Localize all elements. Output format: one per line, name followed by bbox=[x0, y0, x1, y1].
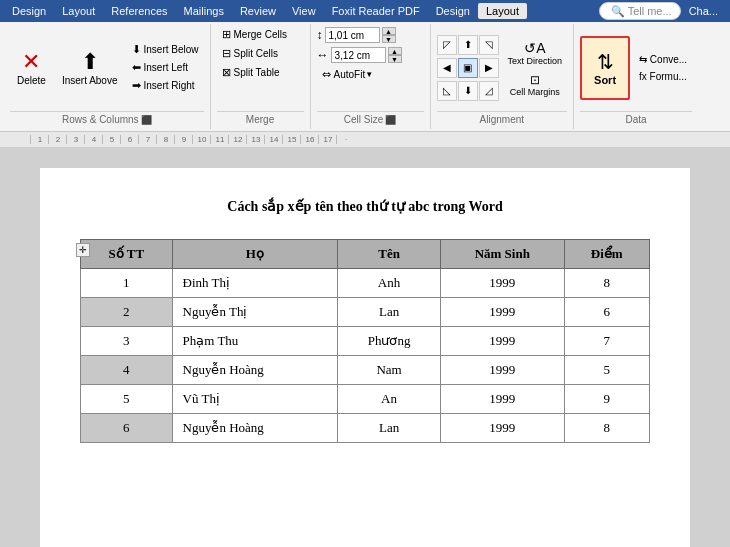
delete-button[interactable]: ✕ Delete bbox=[10, 36, 53, 100]
data-cell: 8 bbox=[564, 269, 650, 298]
tell-me-box[interactable]: 🔍 Tell me... bbox=[599, 2, 681, 20]
data-cell: 1999 bbox=[441, 269, 564, 298]
group-cell-size: ↕ ▲ ▼ ↔ ▲ ▼ ⇔ AutoFi bbox=[311, 24, 431, 129]
menu-design[interactable]: Design bbox=[4, 3, 54, 19]
convert-button[interactable]: ⇆ Conve... bbox=[634, 52, 692, 67]
table-row: 1Đinh ThịAnh19998 bbox=[81, 269, 650, 298]
table-row: 4Nguyễn HoàngNam19995 bbox=[81, 356, 650, 385]
data-cell: 1999 bbox=[441, 414, 564, 443]
delete-label: Delete bbox=[17, 75, 46, 86]
table-header-row: Số TT Họ Tên Năm Sinh Điểm bbox=[81, 240, 650, 269]
table-move-handle[interactable]: ✛ bbox=[76, 243, 90, 257]
align-bot-left[interactable]: ◺ bbox=[437, 81, 457, 101]
num-cell: 6 bbox=[81, 414, 173, 443]
formula-button[interactable]: fx Formu... bbox=[634, 69, 692, 84]
data-cell: Lan bbox=[338, 414, 441, 443]
data-cell: Đinh Thị bbox=[172, 269, 337, 298]
align-mid-left[interactable]: ◀ bbox=[437, 58, 457, 78]
width-down[interactable]: ▼ bbox=[388, 55, 402, 63]
insert-left-icon: ⬅ bbox=[132, 61, 141, 74]
document-page: ✛ Cách sắp xếp tên theo thứ tự abc trong… bbox=[40, 168, 690, 547]
ruler-mark: 4 bbox=[84, 135, 102, 144]
ruler-mark: 1 bbox=[30, 135, 48, 144]
height-input[interactable] bbox=[325, 27, 380, 43]
alignment-content: ◸ ⬆ ◹ ◀ ▣ ▶ ◺ ⬇ ◿ bbox=[437, 26, 568, 109]
sort-icon: ⇅ bbox=[597, 50, 614, 74]
ruler: 1 2 3 4 5 6 7 8 9 10 11 12 13 14 15 16 1… bbox=[0, 132, 730, 148]
ribbon: ✕ Delete ⬆ Insert Above ⬇ Insert Below ⬅ bbox=[0, 22, 730, 132]
height-up[interactable]: ▲ bbox=[382, 27, 396, 35]
width-input[interactable] bbox=[331, 47, 386, 63]
insert-above-button[interactable]: ⬆ Insert Above bbox=[55, 36, 125, 100]
delete-icon: ✕ bbox=[22, 49, 40, 75]
insert-left-button[interactable]: ⬅ Insert Left bbox=[127, 59, 204, 76]
align-bot-right[interactable]: ◿ bbox=[479, 81, 499, 101]
menu-design2[interactable]: Design bbox=[428, 3, 478, 19]
menu-review[interactable]: Review bbox=[232, 3, 284, 19]
split-cells-button[interactable]: ⊟ Split Cells bbox=[217, 45, 283, 62]
cell-size-expand-icon[interactable]: ⬛ bbox=[385, 115, 396, 125]
ruler-mark: 3 bbox=[66, 135, 84, 144]
split-cells-icon: ⊟ bbox=[222, 47, 231, 60]
height-row: ↕ ▲ ▼ bbox=[317, 27, 396, 43]
cell-margins-button[interactable]: ⊡ Cell Margins bbox=[503, 71, 568, 99]
ruler-mark: 17 bbox=[318, 135, 336, 144]
menu-references[interactable]: References bbox=[103, 3, 175, 19]
text-direction-icon: ↺A bbox=[524, 40, 545, 56]
merge-cells-button[interactable]: ⊞ Merge Cells bbox=[217, 26, 292, 43]
alignment-group-label: Alignment bbox=[437, 111, 568, 127]
align-row-mid: ◀ ▣ ▶ bbox=[437, 58, 499, 78]
ruler-mark: 15 bbox=[282, 135, 300, 144]
width-spinners: ▲ ▼ bbox=[388, 47, 402, 63]
rows-cols-content: ✕ Delete ⬆ Insert Above ⬇ Insert Below ⬅ bbox=[10, 26, 204, 109]
data-cell: 7 bbox=[564, 327, 650, 356]
data-cell: Vũ Thị bbox=[172, 385, 337, 414]
width-up[interactable]: ▲ bbox=[388, 47, 402, 55]
menu-view[interactable]: View bbox=[284, 3, 324, 19]
menu-layout2[interactable]: Layout bbox=[478, 3, 527, 19]
height-spinners: ▲ ▼ bbox=[382, 27, 396, 43]
group-rows-cols: ✕ Delete ⬆ Insert Above ⬇ Insert Below ⬅ bbox=[4, 24, 211, 129]
menu-layout[interactable]: Layout bbox=[54, 3, 103, 19]
col-header-ho: Họ bbox=[172, 240, 337, 269]
height-down[interactable]: ▼ bbox=[382, 35, 396, 43]
data-group-label: Data bbox=[580, 111, 692, 127]
align-mid-center[interactable]: ▣ bbox=[458, 58, 478, 78]
table-row: 6Nguyễn HoàngLan19998 bbox=[81, 414, 650, 443]
menu-foxit[interactable]: Foxit Reader PDF bbox=[324, 3, 428, 19]
data-cell: Lan bbox=[338, 298, 441, 327]
align-row-bot: ◺ ⬇ ◿ bbox=[437, 81, 499, 101]
insert-below-button[interactable]: ⬇ Insert Below bbox=[127, 41, 204, 58]
col-header-diem: Điểm bbox=[564, 240, 650, 269]
alignment-extra-btns: ↺A Text Direction ⊡ Cell Margins bbox=[503, 37, 568, 99]
split-table-button[interactable]: ⊠ Split Table bbox=[217, 64, 285, 81]
data-cell: Anh bbox=[338, 269, 441, 298]
sort-button[interactable]: ⇅ Sort bbox=[580, 36, 630, 100]
rows-cols-expand-icon[interactable]: ⬛ bbox=[141, 115, 152, 125]
menu-cha[interactable]: Cha... bbox=[681, 3, 726, 19]
ruler-mark: 8 bbox=[156, 135, 174, 144]
text-direction-button[interactable]: ↺A Text Direction bbox=[503, 37, 568, 69]
data-cell: Nguyễn Hoàng bbox=[172, 414, 337, 443]
ribbon-content: ✕ Delete ⬆ Insert Above ⬇ Insert Below ⬅ bbox=[0, 22, 730, 131]
align-mid-right[interactable]: ▶ bbox=[479, 58, 499, 78]
data-cell: 1999 bbox=[441, 385, 564, 414]
align-row-top: ◸ ⬆ ◹ bbox=[437, 35, 499, 55]
data-extra-btns: ⇆ Conve... fx Formu... bbox=[634, 52, 692, 84]
num-cell: 3 bbox=[81, 327, 173, 356]
ruler-marks: 1 2 3 4 5 6 7 8 9 10 11 12 13 14 15 16 1… bbox=[30, 135, 730, 144]
align-top-right[interactable]: ◹ bbox=[479, 35, 499, 55]
align-top-center[interactable]: ⬆ bbox=[458, 35, 478, 55]
cell-size-content: ↕ ▲ ▼ ↔ ▲ ▼ ⇔ AutoFi bbox=[317, 26, 424, 109]
num-cell: 1 bbox=[81, 269, 173, 298]
insert-below-label: Insert Below bbox=[144, 44, 199, 55]
align-top-left[interactable]: ◸ bbox=[437, 35, 457, 55]
num-cell: 5 bbox=[81, 385, 173, 414]
menu-mailings[interactable]: Mailings bbox=[176, 3, 232, 19]
table-row: 2Nguyễn ThịLan19996 bbox=[81, 298, 650, 327]
align-bot-center[interactable]: ⬇ bbox=[458, 81, 478, 101]
autofit-button[interactable]: ⇔ AutoFit ▼ bbox=[317, 66, 379, 83]
cell-margins-icon: ⊡ bbox=[530, 73, 540, 87]
data-cell: 8 bbox=[564, 414, 650, 443]
insert-right-button[interactable]: ➡ Insert Right bbox=[127, 77, 204, 94]
